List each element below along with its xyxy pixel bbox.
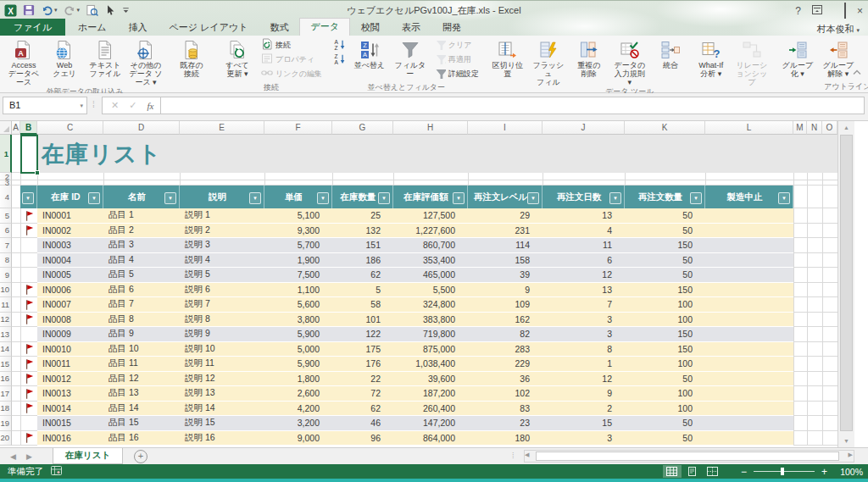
cell-name[interactable]: 品目 3 xyxy=(103,238,180,252)
scroll-up-button[interactable]: ▲ xyxy=(839,121,854,134)
row-header-18[interactable]: 18 xyxy=(0,402,12,417)
row-header-16[interactable]: 16 xyxy=(0,372,12,387)
ribbon-tab-0[interactable]: ホーム xyxy=(67,19,118,36)
cell-name[interactable]: 品目 10 xyxy=(103,342,180,357)
cell-discontinued[interactable] xyxy=(705,402,793,416)
table-header-cell[interactable]: 在庫数量▼ xyxy=(332,186,393,208)
cell-id[interactable]: IN0014 xyxy=(37,402,103,416)
sort-button[interactable]: ZA並べ替え xyxy=(349,36,390,82)
ribbon-tab-2[interactable]: ページ レイアウト xyxy=(159,19,259,36)
cell-unit_price[interactable]: 3,200 xyxy=(264,416,332,430)
cell-value[interactable]: 187,200 xyxy=(393,386,468,401)
cell-value[interactable]: 1,227,600 xyxy=(393,224,468,238)
table-header-cell[interactable]: 名前▼ xyxy=(103,186,180,208)
cell-desc[interactable]: 説明 7 xyxy=(180,297,264,312)
cell-reorder_days[interactable]: 3 xyxy=(542,327,625,341)
row-header-19[interactable]: 19 xyxy=(0,416,12,431)
zoom-slider-thumb[interactable] xyxy=(781,468,784,475)
flag-icon[interactable] xyxy=(20,208,37,224)
table-header-cell[interactable]: 在庫 ID▼ xyxy=(37,186,103,208)
cell-value[interactable]: 353,400 xyxy=(393,253,468,268)
filter-button[interactable]: ▼ xyxy=(88,192,100,204)
filter-button[interactable]: ▼ xyxy=(778,192,790,204)
cell-qty[interactable]: 46 xyxy=(332,416,393,430)
cell-unit_price[interactable]: 5,100 xyxy=(264,208,332,223)
cell-value[interactable]: 719,800 xyxy=(393,327,468,341)
cell-value[interactable]: 383,800 xyxy=(393,313,468,327)
cell-reorder_level[interactable]: 114 xyxy=(468,238,542,252)
cell-desc[interactable]: 説明 9 xyxy=(180,327,264,341)
existing-connections-button[interactable]: 既存の 接続 xyxy=(171,36,212,81)
cell-unit_price[interactable]: 1,800 xyxy=(264,372,332,386)
cell-id[interactable]: IN0002 xyxy=(37,224,103,238)
cell-value[interactable]: 5,500 xyxy=(393,283,468,297)
cell-reorder_level[interactable]: 9 xyxy=(468,283,542,297)
flag-icon[interactable] xyxy=(20,402,37,417)
cell-discontinued[interactable] xyxy=(705,238,793,252)
cell-reorder_qty[interactable]: 150 xyxy=(625,327,705,341)
flag-icon[interactable] xyxy=(20,372,37,387)
filter-button[interactable]: ▼ xyxy=(317,192,329,204)
help-button[interactable]: ? xyxy=(795,5,801,17)
column-header-D[interactable]: D xyxy=(103,121,180,135)
cell-desc[interactable]: 説明 1 xyxy=(180,208,264,223)
close-button[interactable]: × xyxy=(857,5,863,17)
cell-reorder_level[interactable]: 83 xyxy=(468,402,542,416)
cell-value[interactable]: 127,500 xyxy=(393,208,468,223)
zoom-slider[interactable] xyxy=(754,471,815,472)
cell-qty[interactable]: 72 xyxy=(332,386,393,401)
row-header-6[interactable]: 6 xyxy=(0,224,12,239)
flag-icon[interactable] xyxy=(20,313,37,328)
cell-unit_price[interactable]: 1,900 xyxy=(264,253,332,268)
cell-discontinued[interactable] xyxy=(705,416,793,430)
filter-button[interactable]: ▼ xyxy=(164,192,176,204)
cell-desc[interactable]: 説明 2 xyxy=(180,224,264,238)
column-header-F[interactable]: F xyxy=(264,121,332,135)
cell-reorder_level[interactable]: 36 xyxy=(468,372,542,386)
advanced-filter-button[interactable]: 詳細設定 xyxy=(432,67,481,80)
tab-file[interactable]: ファイル xyxy=(0,19,65,36)
column-header-I[interactable]: I xyxy=(468,121,542,135)
refresh-all-button[interactable]: すべて 更新 ▾ xyxy=(217,36,258,82)
cell-id[interactable]: IN0009 xyxy=(37,327,103,341)
group-button[interactable]: グループ化 ▾ xyxy=(777,36,818,81)
cell-desc[interactable]: 説明 13 xyxy=(180,386,264,401)
cell-qty[interactable]: 96 xyxy=(332,431,393,446)
scroll-left-button[interactable]: ◀ xyxy=(525,452,529,458)
cell-discontinued[interactable] xyxy=(705,268,793,282)
flag-icon[interactable] xyxy=(20,357,37,372)
row-header-10[interactable]: 10 xyxy=(0,283,12,298)
cell-value[interactable]: 260,400 xyxy=(393,402,468,416)
cell-reorder_days[interactable]: 2 xyxy=(542,402,625,416)
cell-desc[interactable]: 説明 12 xyxy=(180,372,264,386)
cell-reorder_level[interactable]: 102 xyxy=(468,386,542,401)
cell-reorder_level[interactable]: 180 xyxy=(468,431,542,446)
zoom-level-label[interactable]: 100% xyxy=(834,467,863,477)
ribbon-tab-6[interactable]: 表示 xyxy=(391,19,431,36)
table-header-cell[interactable]: 再注文日数▼ xyxy=(542,186,625,208)
cell-name[interactable]: 品目 2 xyxy=(103,224,180,238)
ribbon-tab-7[interactable]: 開発 xyxy=(431,19,472,36)
select-all-button[interactable] xyxy=(0,121,12,135)
column-header-A[interactable]: A xyxy=(12,121,20,135)
horizontal-scroll-thumb[interactable] xyxy=(536,452,839,461)
sort-az-button[interactable]: AZ xyxy=(332,38,348,52)
next-sheet-button[interactable]: ▶ xyxy=(26,452,32,461)
filter-button[interactable]: ▼ xyxy=(249,192,261,204)
table-header-cell[interactable]: 再注文レベル▼ xyxy=(468,186,542,208)
cell-name[interactable]: 品目 13 xyxy=(103,386,180,401)
cell-reorder_level[interactable]: 229 xyxy=(468,357,542,371)
cell-qty[interactable]: 122 xyxy=(332,327,393,341)
cell-value[interactable]: 875,000 xyxy=(393,342,468,357)
cell-value[interactable]: 1,038,400 xyxy=(393,357,468,371)
cell-unit_price[interactable]: 7,500 xyxy=(264,268,332,282)
row-header-12[interactable]: 12 xyxy=(0,313,12,328)
name-box[interactable]: B1▾ xyxy=(3,97,87,114)
flag-icon[interactable] xyxy=(20,342,37,357)
zoom-in-button[interactable]: + xyxy=(821,466,827,478)
cell-qty[interactable]: 101 xyxy=(332,313,393,327)
ribbon-tab-5[interactable]: 校閲 xyxy=(350,19,391,36)
row-header-7[interactable]: 7 xyxy=(0,238,12,253)
collapse-ribbon-button[interactable] xyxy=(853,64,861,79)
filter-button[interactable]: ▼ xyxy=(690,192,702,204)
